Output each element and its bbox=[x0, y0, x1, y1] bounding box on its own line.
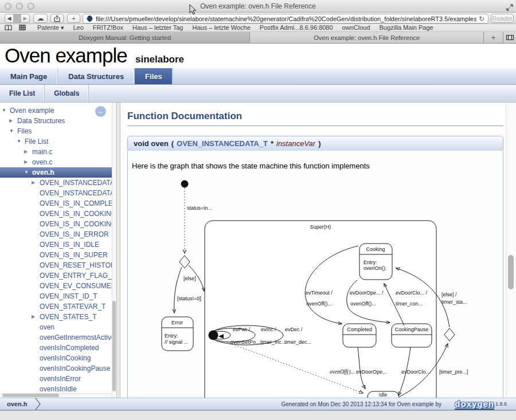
bookmark-item[interactable]: Postfix Admi...8.6.96:8080 bbox=[260, 24, 333, 32]
tree-expander-icon[interactable]: ▼ bbox=[17, 136, 25, 147]
proto-type-link[interactable]: OVEN_INSTANCEDATA_T bbox=[177, 139, 268, 148]
tree-item[interactable]: ovenIsInCookingPause bbox=[0, 363, 112, 374]
reload-icon[interactable]: ↻ bbox=[479, 15, 484, 23]
add-tab-button[interactable]: + bbox=[484, 32, 503, 43]
bookmark-items: Patente ▾LeoFRITZ!BoxHaus – letzter TagH… bbox=[37, 24, 433, 32]
tree-item[interactable]: ▼ Files bbox=[0, 126, 112, 136]
tree-item[interactable]: oven bbox=[0, 322, 112, 332]
svg-text:evDec /: evDec / bbox=[285, 327, 303, 332]
tree-item-label: OVEN_IS_IN_SUPER bbox=[40, 250, 108, 260]
tree-item[interactable]: OVEN_ENTRY_FLAG_T bbox=[0, 270, 112, 281]
bookmark-item[interactable]: Leo bbox=[73, 24, 84, 32]
tree-item[interactable]: ovenGetInnermostActiveSta bbox=[0, 332, 112, 343]
state-completed: Completed bbox=[343, 324, 376, 347]
sidebar-vertical-scrollbar-thumb[interactable] bbox=[112, 301, 116, 391]
browser-tab[interactable]: Doxygen Manual: Getting started bbox=[0, 32, 250, 43]
sidebar-splitter[interactable] bbox=[116, 103, 120, 398]
tree-item[interactable]: OVEN_IS_IN_COOKINGPAUS bbox=[0, 219, 112, 229]
sidebar-horizontal-scrollbar-thumb[interactable] bbox=[2, 394, 59, 397]
top-sites-icon[interactable] bbox=[19, 25, 26, 30]
tree-item[interactable]: OVEN_STATEVAR_T bbox=[0, 301, 112, 312]
tree-item-label: OVEN_IS_IN_COMPLETED bbox=[40, 198, 112, 209]
tab-overview-button[interactable] bbox=[503, 32, 516, 43]
tree-item[interactable]: ▼ oven.h bbox=[0, 167, 112, 178]
tree-expander-icon[interactable]: ▼ bbox=[9, 126, 17, 136]
tree-item[interactable]: ▶ main.c bbox=[0, 147, 112, 157]
proto-paren-open: ( bbox=[171, 139, 174, 148]
tree-expander-icon[interactable]: ▶ bbox=[32, 312, 40, 322]
doxygen-logo[interactable]: doxygen bbox=[455, 399, 494, 410]
state-cooking: Cooking Entry: ovenOn(); bbox=[359, 244, 392, 280]
footer-navpath: oven.h Generated on Mon Dec 30 2013 12:1… bbox=[0, 398, 516, 410]
tree-item[interactable]: OVEN_RESET_HISTORY_SUPI bbox=[0, 260, 112, 270]
tree-item[interactable]: ▼ File List bbox=[0, 136, 112, 147]
tree-item-label: ovenIsInCompleted bbox=[40, 343, 99, 353]
tree-item[interactable]: OVEN_IS_IN_IDLE bbox=[0, 240, 112, 250]
sub-nav-tab[interactable]: File List bbox=[0, 85, 45, 102]
tree-expander-icon[interactable]: ▶ bbox=[24, 157, 32, 167]
function-prototype: void oven ( OVEN_INSTANCEDATA_T * instan… bbox=[127, 136, 503, 151]
window-title: Oven example: oven.h File Reference bbox=[0, 2, 516, 10]
bookmark-item[interactable]: FRITZ!Box bbox=[93, 24, 123, 32]
tree-expander-icon[interactable]: ▶ bbox=[9, 116, 17, 126]
bookmark-item[interactable]: Bugzilla Main Page bbox=[380, 24, 433, 32]
tree-item-label: OVEN_STATEVAR_T bbox=[40, 301, 105, 312]
tree-item[interactable]: ▶ oven.c bbox=[0, 157, 112, 167]
browser-tab[interactable]: Oven example: oven.h File Reference bbox=[250, 32, 484, 43]
tree-item[interactable]: OVEN_IS_IN_ERROR bbox=[0, 229, 112, 240]
tree-item-label: OVEN_INSTANCEDATA_T bbox=[40, 178, 112, 188]
nav-tab[interactable]: Data Structures bbox=[58, 68, 135, 84]
tree-item[interactable]: ▶ Data Structures bbox=[0, 116, 112, 126]
tree-expander-icon[interactable]: ▼ bbox=[24, 167, 32, 178]
tree-item[interactable]: ▶ OVEN_INSTANCEDATA_T bbox=[0, 178, 112, 188]
svg-text:ovenOn();: ovenOn(); bbox=[363, 265, 386, 271]
tree-expander-icon[interactable]: ▼ bbox=[2, 105, 10, 116]
tree-item[interactable]: OVEN_IS_IN_COMPLETED bbox=[0, 198, 112, 209]
new-tab-button[interactable]: + bbox=[67, 14, 80, 23]
svg-text:status=in...: status=in... bbox=[187, 205, 212, 211]
svg-text:// signal ...: // signal ... bbox=[165, 339, 188, 345]
bookmarks-sidebar-icon[interactable] bbox=[5, 25, 12, 31]
bookmark-item[interactable]: Haus – letzte Woche bbox=[193, 24, 251, 32]
tree-item[interactable]: OVEN_IS_IN_SUPER bbox=[0, 250, 112, 260]
svg-text:evDoorClo... /: evDoorClo... / bbox=[396, 290, 428, 296]
tree-item-label: oven.h bbox=[32, 167, 54, 178]
bookmark-item[interactable]: Haus – letzter Tag bbox=[132, 24, 183, 32]
bookmark-item[interactable]: ownCloud bbox=[342, 24, 370, 32]
tree-item[interactable]: OVEN_INST_ID_T bbox=[0, 291, 112, 301]
nav-tab[interactable]: Main Page bbox=[0, 68, 58, 84]
icloud-tabs-button[interactable]: ☁ bbox=[33, 14, 48, 23]
forward-button[interactable]: ▶ bbox=[21, 15, 29, 21]
reader-button[interactable]: Reader bbox=[491, 14, 514, 23]
fullscreen-icon[interactable] bbox=[506, 3, 513, 13]
tree-item[interactable]: OVEN_EV_CONSUMED_FLAC bbox=[0, 281, 112, 291]
tree-item[interactable]: ovenIsInError bbox=[0, 374, 112, 384]
sub-nav-tab[interactable]: Globals bbox=[45, 85, 89, 102]
choice-point-1: [else] [status!=0] bbox=[174, 256, 204, 313]
address-bar[interactable]: file:///Users/pmueller/develop/sinelabor… bbox=[83, 14, 488, 23]
tree-item[interactable]: OVEN_INSTANCEDATA_INIT bbox=[0, 188, 112, 198]
nav-tab[interactable]: Files bbox=[135, 68, 173, 84]
back-button[interactable]: ◀ bbox=[5, 15, 13, 21]
breadcrumb[interactable]: oven.h bbox=[7, 401, 27, 407]
file-tree: ▼ Oven example ▶ Data Structures ▼ Files… bbox=[0, 105, 112, 394]
history-nav-group: ◀ ▶ bbox=[5, 14, 30, 23]
tree-item-label: Data Structures bbox=[17, 116, 65, 126]
project-brief: sinelabore bbox=[135, 54, 184, 65]
sync-toggle-icon[interactable]: ↔ bbox=[95, 106, 106, 117]
tree-item-label: OVEN_IS_IN_IDLE bbox=[40, 240, 99, 250]
tree-expander-icon[interactable]: ▶ bbox=[32, 178, 40, 188]
svg-text:evInc /: evInc / bbox=[261, 327, 276, 332]
content-vertical-scrollbar-thumb[interactable] bbox=[508, 255, 514, 289]
tree-expander-icon[interactable]: ▶ bbox=[24, 147, 32, 157]
content-vertical-scrollbar[interactable] bbox=[506, 103, 516, 398]
tree-item[interactable]: ovenIsInCompleted bbox=[0, 343, 112, 353]
bookmark-item[interactable]: Patente ▾ bbox=[37, 24, 64, 32]
proto-name: void oven bbox=[134, 139, 169, 148]
doc-content: Function Documentation void oven ( OVEN_… bbox=[120, 103, 506, 398]
tree-item[interactable]: OVEN_IS_IN_COOKING bbox=[0, 209, 112, 219]
tree-item[interactable]: ovenIsInCooking bbox=[0, 353, 112, 363]
tree-item[interactable]: ▶ OVEN_STATES_T bbox=[0, 312, 112, 322]
tree-item-label: OVEN_ENTRY_FLAG_T bbox=[40, 270, 112, 281]
share-button[interactable] bbox=[50, 14, 64, 23]
